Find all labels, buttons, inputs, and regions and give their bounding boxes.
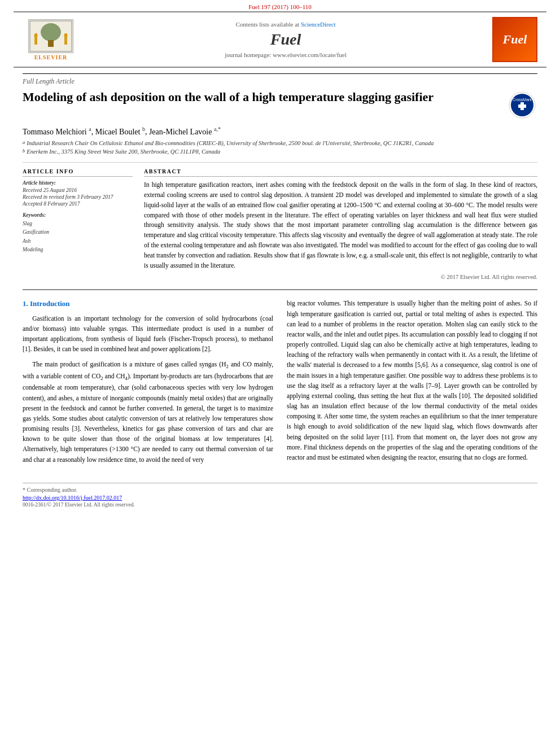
abstract-text: In high temperature gasification reactor… <box>144 180 537 270</box>
info-divider <box>23 162 537 163</box>
history-item-2: Accepted 8 February 2017 <box>23 201 133 207</box>
article-title: Modeling of ash deposition on the wall o… <box>23 89 506 106</box>
sciencedirect-line: Contents lists available at ScienceDirec… <box>90 21 481 28</box>
intro-para-3: big reactor volumes. This temperature is… <box>287 298 537 462</box>
svg-rect-2 <box>48 40 54 47</box>
keyword-2: Ash <box>23 237 133 246</box>
keyword-3: Modeling <box>23 246 133 254</box>
citation-text: Fuel 197 (2017) 100–110 <box>248 3 312 10</box>
author-1: Tommaso Melchiori a <box>23 128 91 136</box>
affiliation-a: a Industrial Research Chair On Cellulosi… <box>23 139 537 148</box>
intro-para-1: Gasification is an important technology … <box>23 313 273 355</box>
history-heading: Article history: <box>23 180 133 186</box>
fuel-logo-right: Fuel <box>492 17 537 62</box>
affiliation-b: b Enerkem Inc., 3375 King Street West Su… <box>23 147 537 156</box>
author-2: Micael Boulet b <box>95 128 145 136</box>
article-info-panel: Article Info Article history: Received 2… <box>23 168 133 280</box>
svg-rect-3 <box>34 37 37 45</box>
journal-header: ELSEVIER Contents lists available at Sci… <box>14 11 546 68</box>
svg-rect-14 <box>518 104 526 108</box>
affiliations: a Industrial Research Chair On Cellulosi… <box>23 139 537 157</box>
doi-link[interactable]: http://dx.doi.org/10.1016/j.fuel.2017.02… <box>23 495 122 501</box>
section-1-heading: 1. Introduction <box>23 298 273 310</box>
svg-point-1 <box>41 23 61 41</box>
authors-line: Tommaso Melchiori a, Micael Boulet b, Je… <box>23 126 537 137</box>
body-col-right: big reactor volumes. This temperature is… <box>287 298 537 469</box>
homepage-line: journal homepage: www.elsevier.com/locat… <box>90 51 481 58</box>
svg-text:CrossMark: CrossMark <box>513 98 532 102</box>
article-type: Full Length Article <box>23 73 537 86</box>
journal-center: Contents lists available at ScienceDirec… <box>79 21 492 58</box>
abstract-section: Abstract In high temperature gasificatio… <box>144 168 537 280</box>
svg-point-7 <box>35 33 37 36</box>
svg-rect-5 <box>64 37 67 45</box>
keyword-0: Slag <box>23 220 133 228</box>
elsevier-wordmark: ELSEVIER <box>34 54 68 60</box>
svg-point-8 <box>65 33 67 36</box>
doi-line: http://dx.doi.org/10.1016/j.fuel.2017.02… <box>23 495 537 501</box>
copyright-line: © 2017 Elsevier Ltd. All rights reserved… <box>144 274 537 280</box>
elsevier-logo: ELSEVIER <box>23 19 79 60</box>
history-section: Article history: Received 25 August 2016… <box>23 180 133 207</box>
article-info-heading: Article Info <box>23 168 133 177</box>
intro-para-2: The main product of gasification is a mi… <box>23 359 273 465</box>
keywords-section: Keywords: Slag Gasification Ash Modeling <box>23 212 133 254</box>
journal-title: Fuel <box>90 30 481 49</box>
body-section: 1. Introduction Gasification is an impor… <box>23 289 537 469</box>
abstract-heading: Abstract <box>144 168 537 177</box>
body-col-left: 1. Introduction Gasification is an impor… <box>23 298 273 469</box>
issn-line: 0016-2361/© 2017 Elsevier Ltd. All right… <box>23 502 537 508</box>
history-item-0: Received 25 August 2016 <box>23 187 133 193</box>
crossmark-badge: CrossMark <box>506 89 537 120</box>
author-3: Jean-Michel Lavoie a,* <box>149 128 221 136</box>
history-item-1: Received in revised form 3 February 2017 <box>23 194 133 200</box>
footer-area: * Corresponding author. http://dx.doi.or… <box>23 483 537 508</box>
article-title-row: Modeling of ash deposition on the wall o… <box>23 89 537 120</box>
body-columns: 1. Introduction Gasification is an impor… <box>23 298 537 469</box>
keywords-heading: Keywords: <box>23 212 133 218</box>
sciencedirect-link[interactable]: ScienceDirect <box>301 21 336 28</box>
info-columns: Article Info Article history: Received 2… <box>23 168 537 280</box>
keyword-1: Gasification <box>23 228 133 237</box>
corresponding-footnote: * Corresponding author. <box>23 487 537 493</box>
elsevier-logo-img <box>28 19 73 53</box>
citation-bar: Fuel 197 (2017) 100–110 <box>0 0 560 11</box>
main-content: Full Length Article Modeling of ash depo… <box>0 68 560 519</box>
